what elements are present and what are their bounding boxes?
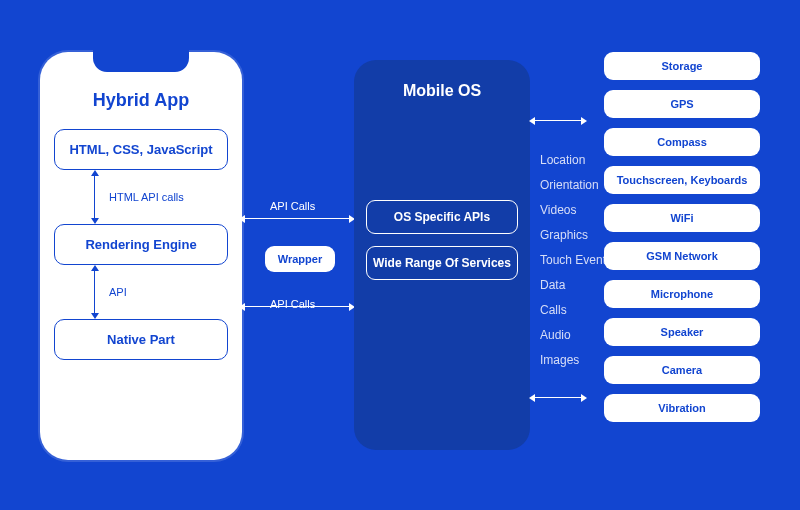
features-list: Location Orientation Videos Graphics Tou… bbox=[540, 148, 612, 373]
hybrid-app-phone: Hybrid App HTML, CSS, JavaScript HTML AP… bbox=[40, 52, 242, 460]
bidir-arrow-icon bbox=[94, 269, 95, 315]
feature-item: Data bbox=[540, 273, 612, 298]
bidir-arrow-icon bbox=[534, 120, 582, 121]
wrapper-pill: Wrapper bbox=[265, 246, 335, 272]
hybrid-app-title: Hybrid App bbox=[54, 90, 228, 111]
api-calls-label-bottom: API Calls bbox=[270, 298, 315, 310]
mobile-os-card: Mobile OS OS Specific APIs Wide Range Of… bbox=[354, 60, 530, 450]
connector-label: HTML API calls bbox=[109, 191, 184, 203]
hardware-pill: Microphone bbox=[604, 280, 760, 308]
native-part-block: Native Part bbox=[54, 319, 228, 360]
feature-item: Calls bbox=[540, 298, 612, 323]
feature-item: Orientation bbox=[540, 173, 612, 198]
feature-item: Audio bbox=[540, 323, 612, 348]
hardware-pill: Speaker bbox=[604, 318, 760, 346]
web-tech-block: HTML, CSS, JavaScript bbox=[54, 129, 228, 170]
feature-item: Touch Events bbox=[540, 248, 612, 273]
hardware-pill: WiFi bbox=[604, 204, 760, 232]
services-block: Wide Range Of Services bbox=[366, 246, 518, 280]
connector-label: API bbox=[109, 286, 127, 298]
connector-engine-to-native: API bbox=[54, 265, 228, 319]
hardware-pill: Vibration bbox=[604, 394, 760, 422]
hardware-pill: GSM Network bbox=[604, 242, 760, 270]
hardware-pill: Touchscreen, Keyboards bbox=[604, 166, 760, 194]
mobile-os-title: Mobile OS bbox=[366, 82, 518, 100]
api-calls-label-top: API Calls bbox=[270, 200, 315, 212]
hardware-list: Storage GPS Compass Touchscreen, Keyboar… bbox=[604, 52, 760, 422]
os-apis-block: OS Specific APIs bbox=[366, 200, 518, 234]
hardware-pill: GPS bbox=[604, 90, 760, 118]
rendering-engine-block: Rendering Engine bbox=[54, 224, 228, 265]
bidir-arrow-icon bbox=[534, 397, 582, 398]
hardware-pill: Compass bbox=[604, 128, 760, 156]
feature-item: Location bbox=[540, 148, 612, 173]
feature-item: Graphics bbox=[540, 223, 612, 248]
hardware-pill: Storage bbox=[604, 52, 760, 80]
hardware-pill: Camera bbox=[604, 356, 760, 384]
bidir-arrow-icon bbox=[94, 174, 95, 220]
bidir-arrow-icon bbox=[244, 218, 350, 219]
phone-notch bbox=[93, 50, 189, 72]
feature-item: Images bbox=[540, 348, 612, 373]
feature-item: Videos bbox=[540, 198, 612, 223]
connector-web-to-engine: HTML API calls bbox=[54, 170, 228, 224]
